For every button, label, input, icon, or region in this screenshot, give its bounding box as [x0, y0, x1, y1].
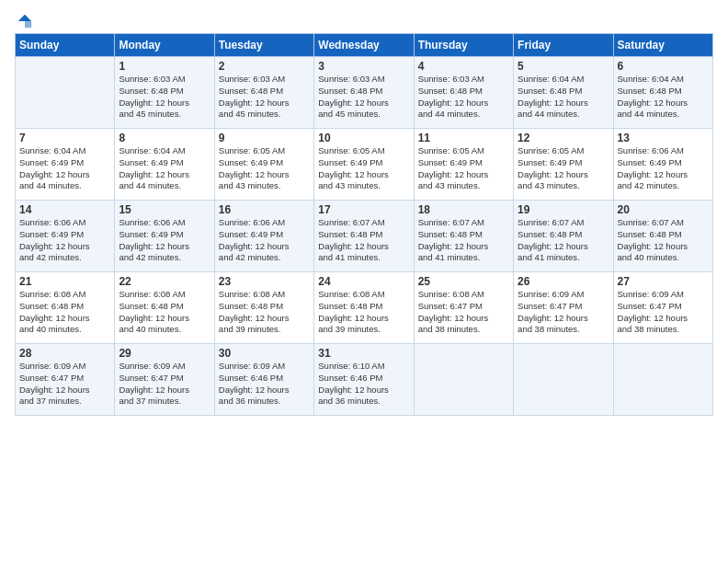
calendar-cell: 11Sunrise: 6:05 AMSunset: 6:49 PMDayligh…	[414, 129, 513, 201]
day-number: 19	[518, 203, 609, 216]
calendar-cell: 16Sunrise: 6:06 AMSunset: 6:49 PMDayligh…	[214, 201, 313, 272]
day-number: 29	[119, 347, 210, 360]
calendar-cell: 21Sunrise: 6:08 AMSunset: 6:48 PMDayligh…	[16, 272, 115, 344]
calendar-cell: 29Sunrise: 6:09 AMSunset: 6:47 PMDayligh…	[115, 344, 214, 416]
header-thursday: Thursday	[414, 34, 513, 57]
svg-marker-0	[18, 15, 31, 21]
day-info: Sunrise: 6:09 AMSunset: 6:47 PMDaylight:…	[19, 361, 110, 408]
day-info: Sunrise: 6:08 AMSunset: 6:48 PMDaylight:…	[119, 289, 210, 336]
calendar-week-row: 14Sunrise: 6:06 AMSunset: 6:49 PMDayligh…	[16, 201, 713, 272]
calendar-cell: 20Sunrise: 6:07 AMSunset: 6:48 PMDayligh…	[613, 201, 712, 272]
weekday-header-row: Sunday Monday Tuesday Wednesday Thursday…	[16, 34, 713, 57]
svg-marker-1	[25, 21, 31, 28]
day-number: 9	[219, 132, 310, 144]
day-number: 28	[19, 347, 110, 360]
calendar-cell: 8Sunrise: 6:04 AMSunset: 6:49 PMDaylight…	[115, 129, 214, 201]
calendar-cell: 10Sunrise: 6:05 AMSunset: 6:49 PMDayligh…	[314, 129, 414, 201]
calendar-cell	[16, 57, 115, 129]
calendar-cell: 18Sunrise: 6:07 AMSunset: 6:48 PMDayligh…	[414, 201, 513, 272]
day-number: 25	[418, 275, 509, 288]
day-info: Sunrise: 6:09 AMSunset: 6:47 PMDaylight:…	[119, 361, 210, 408]
header-wednesday: Wednesday	[314, 34, 414, 57]
day-info: Sunrise: 6:06 AMSunset: 6:49 PMDaylight:…	[219, 217, 310, 264]
day-info: Sunrise: 6:08 AMSunset: 6:48 PMDaylight:…	[219, 289, 310, 336]
day-number: 1	[119, 60, 210, 73]
day-info: Sunrise: 6:06 AMSunset: 6:49 PMDaylight:…	[119, 217, 210, 264]
day-number: 12	[518, 132, 609, 144]
calendar-cell: 28Sunrise: 6:09 AMSunset: 6:47 PMDayligh…	[16, 344, 115, 416]
day-info: Sunrise: 6:08 AMSunset: 6:48 PMDaylight:…	[318, 289, 409, 336]
header-friday: Friday	[514, 34, 613, 57]
day-number: 5	[518, 60, 609, 73]
calendar-cell: 27Sunrise: 6:09 AMSunset: 6:47 PMDayligh…	[613, 272, 712, 344]
calendar-cell: 5Sunrise: 6:04 AMSunset: 6:48 PMDaylight…	[514, 57, 613, 129]
day-number: 31	[318, 347, 409, 360]
calendar-cell: 23Sunrise: 6:08 AMSunset: 6:48 PMDayligh…	[214, 272, 313, 344]
calendar-cell: 25Sunrise: 6:08 AMSunset: 6:47 PMDayligh…	[414, 272, 513, 344]
day-info: Sunrise: 6:09 AMSunset: 6:47 PMDaylight:…	[518, 289, 609, 336]
day-info: Sunrise: 6:04 AMSunset: 6:49 PMDaylight:…	[19, 145, 110, 192]
day-info: Sunrise: 6:05 AMSunset: 6:49 PMDaylight:…	[318, 145, 409, 192]
day-number: 18	[418, 203, 509, 216]
calendar-cell: 19Sunrise: 6:07 AMSunset: 6:48 PMDayligh…	[514, 201, 613, 272]
day-info: Sunrise: 6:03 AMSunset: 6:48 PMDaylight:…	[119, 74, 210, 121]
header	[15, 9, 713, 29]
day-number: 21	[19, 275, 110, 288]
day-number: 3	[318, 60, 409, 73]
calendar-cell: 26Sunrise: 6:09 AMSunset: 6:47 PMDayligh…	[514, 272, 613, 344]
day-info: Sunrise: 6:05 AMSunset: 6:49 PMDaylight:…	[219, 145, 310, 192]
day-number: 14	[19, 203, 110, 216]
day-number: 20	[618, 203, 709, 216]
calendar-cell: 17Sunrise: 6:07 AMSunset: 6:48 PMDayligh…	[314, 201, 414, 272]
day-info: Sunrise: 6:05 AMSunset: 6:49 PMDaylight:…	[518, 145, 609, 192]
day-info: Sunrise: 6:09 AMSunset: 6:47 PMDaylight:…	[618, 289, 709, 336]
day-info: Sunrise: 6:03 AMSunset: 6:48 PMDaylight:…	[418, 74, 509, 121]
calendar-cell: 2Sunrise: 6:03 AMSunset: 6:48 PMDaylight…	[214, 57, 313, 129]
day-number: 26	[518, 275, 609, 288]
day-info: Sunrise: 6:06 AMSunset: 6:49 PMDaylight:…	[19, 217, 110, 264]
day-number: 17	[318, 203, 409, 216]
day-info: Sunrise: 6:07 AMSunset: 6:48 PMDaylight:…	[618, 217, 709, 264]
main-container: Sunday Monday Tuesday Wednesday Thursday…	[0, 0, 728, 425]
calendar-cell	[414, 344, 513, 416]
day-number: 22	[119, 275, 210, 288]
day-number: 23	[219, 275, 310, 288]
calendar-week-row: 1Sunrise: 6:03 AMSunset: 6:48 PMDaylight…	[16, 57, 713, 129]
calendar-cell: 7Sunrise: 6:04 AMSunset: 6:49 PMDaylight…	[16, 129, 115, 201]
calendar-week-row: 21Sunrise: 6:08 AMSunset: 6:48 PMDayligh…	[16, 272, 713, 344]
header-saturday: Saturday	[613, 34, 712, 57]
day-number: 13	[618, 132, 709, 144]
day-info: Sunrise: 6:03 AMSunset: 6:48 PMDaylight:…	[318, 74, 409, 121]
day-number: 30	[219, 347, 310, 360]
logo-icon	[17, 13, 33, 29]
calendar-cell: 30Sunrise: 6:09 AMSunset: 6:46 PMDayligh…	[214, 344, 313, 416]
calendar-cell: 14Sunrise: 6:06 AMSunset: 6:49 PMDayligh…	[16, 201, 115, 272]
day-info: Sunrise: 6:10 AMSunset: 6:46 PMDaylight:…	[318, 361, 409, 408]
calendar-cell: 3Sunrise: 6:03 AMSunset: 6:48 PMDaylight…	[314, 57, 414, 129]
calendar-cell: 1Sunrise: 6:03 AMSunset: 6:48 PMDaylight…	[115, 57, 214, 129]
day-info: Sunrise: 6:06 AMSunset: 6:49 PMDaylight:…	[618, 145, 709, 192]
day-number: 10	[318, 132, 409, 144]
day-number: 4	[418, 60, 509, 73]
day-number: 11	[418, 132, 509, 144]
day-info: Sunrise: 6:05 AMSunset: 6:49 PMDaylight:…	[418, 145, 509, 192]
day-number: 6	[618, 60, 709, 73]
day-info: Sunrise: 6:07 AMSunset: 6:48 PMDaylight:…	[318, 217, 409, 264]
day-number: 27	[618, 275, 709, 288]
header-monday: Monday	[115, 34, 214, 57]
calendar-cell: 6Sunrise: 6:04 AMSunset: 6:48 PMDaylight…	[613, 57, 712, 129]
day-info: Sunrise: 6:04 AMSunset: 6:48 PMDaylight:…	[518, 74, 609, 121]
header-tuesday: Tuesday	[214, 34, 313, 57]
day-info: Sunrise: 6:04 AMSunset: 6:48 PMDaylight:…	[618, 74, 709, 121]
calendar-table: Sunday Monday Tuesday Wednesday Thursday…	[15, 33, 713, 416]
calendar-week-row: 28Sunrise: 6:09 AMSunset: 6:47 PMDayligh…	[16, 344, 713, 416]
day-number: 7	[19, 132, 110, 144]
calendar-cell: 31Sunrise: 6:10 AMSunset: 6:46 PMDayligh…	[314, 344, 414, 416]
calendar-cell: 4Sunrise: 6:03 AMSunset: 6:48 PMDaylight…	[414, 57, 513, 129]
calendar-cell: 15Sunrise: 6:06 AMSunset: 6:49 PMDayligh…	[115, 201, 214, 272]
day-info: Sunrise: 6:03 AMSunset: 6:48 PMDaylight:…	[219, 74, 310, 121]
calendar-cell	[613, 344, 712, 416]
day-info: Sunrise: 6:04 AMSunset: 6:49 PMDaylight:…	[119, 145, 210, 192]
calendar-cell: 13Sunrise: 6:06 AMSunset: 6:49 PMDayligh…	[613, 129, 712, 201]
calendar-cell: 12Sunrise: 6:05 AMSunset: 6:49 PMDayligh…	[514, 129, 613, 201]
